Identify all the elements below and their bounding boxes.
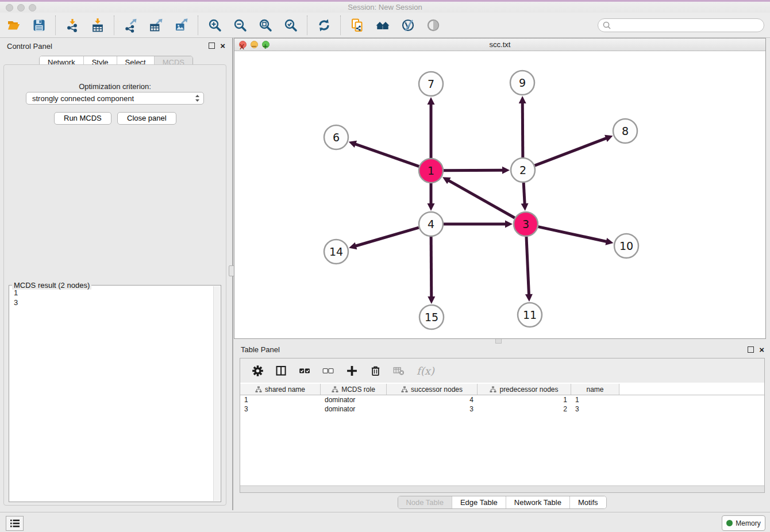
edge-2-8[interactable] bbox=[535, 138, 607, 165]
table-row[interactable]: 3dominator323 bbox=[240, 404, 764, 414]
tab-edge-table[interactable]: Edge Table bbox=[452, 496, 506, 508]
edge-3-1[interactable] bbox=[448, 180, 515, 218]
optimization-criterion-label: Optimization criterion: bbox=[4, 82, 226, 91]
select-all-icon[interactable] bbox=[298, 364, 311, 377]
memory-label: Memory bbox=[736, 519, 760, 527]
network-view-window: x − + scc.txt 1234678910111415 bbox=[234, 38, 766, 339]
edge-1-2[interactable] bbox=[444, 170, 503, 171]
vizmap-toggle-icon[interactable] bbox=[400, 17, 415, 33]
cell-successor_nodes[interactable]: 3 bbox=[387, 404, 478, 414]
search-box[interactable] bbox=[598, 18, 764, 32]
cell-mcds_role[interactable]: dominator bbox=[321, 404, 387, 414]
edge-3-11[interactable] bbox=[526, 237, 529, 295]
table-footer-strip bbox=[240, 485, 764, 492]
export-table-icon[interactable] bbox=[148, 17, 164, 33]
function-builder-icon: f(x) bbox=[417, 365, 434, 377]
edge-2-9[interactable] bbox=[522, 102, 523, 157]
add-row-icon[interactable] bbox=[345, 364, 359, 377]
result-scrollbar[interactable] bbox=[213, 286, 220, 501]
cell-predecessor_nodes[interactable]: 2 bbox=[478, 404, 571, 414]
float-panel-icon[interactable] bbox=[748, 346, 754, 353]
toolbar-separator bbox=[340, 16, 341, 35]
mcds-result-group: MCDS result (2 nodes) 13 bbox=[9, 285, 221, 502]
control-panel-title: Control Panel bbox=[7, 42, 52, 51]
column-header-name[interactable]: name bbox=[571, 384, 619, 395]
home-icon[interactable] bbox=[375, 17, 390, 33]
open-session-icon[interactable] bbox=[6, 17, 21, 33]
cell-name[interactable]: 1 bbox=[571, 395, 619, 404]
tab-node-table[interactable]: Node Table bbox=[398, 496, 452, 508]
memory-button[interactable]: Memory bbox=[722, 515, 765, 531]
zoom-fit-icon[interactable] bbox=[257, 17, 273, 33]
show-columns-icon[interactable] bbox=[274, 364, 288, 377]
zoom-out-icon[interactable] bbox=[232, 17, 248, 33]
node-label-11: 11 bbox=[523, 309, 537, 321]
network-window-titlebar[interactable]: x − + scc.txt bbox=[234, 38, 765, 51]
table-row[interactable]: 1dominator411 bbox=[240, 395, 764, 404]
table-toolbar: f(x) bbox=[240, 358, 764, 383]
edge-3-10[interactable] bbox=[538, 227, 607, 242]
table-panel-tabs: Node TableEdge TableNetwork TableMotifs bbox=[397, 496, 606, 509]
tab-network-table[interactable]: Network Table bbox=[506, 496, 569, 508]
edge-2-3[interactable] bbox=[523, 183, 525, 205]
float-panel-icon[interactable] bbox=[209, 43, 215, 49]
import-table-icon[interactable] bbox=[90, 17, 105, 33]
refresh-layout-icon[interactable] bbox=[316, 17, 332, 33]
edge-1-6[interactable] bbox=[355, 144, 419, 166]
criterion-dropdown[interactable]: strongly connected component bbox=[26, 92, 204, 105]
app-title: Session: New Session bbox=[0, 3, 770, 11]
table-panel-window-buttons[interactable]: × bbox=[748, 345, 764, 354]
edge-arrowhead bbox=[428, 97, 435, 105]
close-panel-button[interactable]: Close panel bbox=[117, 112, 176, 125]
save-session-icon[interactable] bbox=[31, 17, 47, 33]
node-label-1: 1 bbox=[428, 164, 434, 177]
mcds-result-text[interactable]: 13 bbox=[10, 288, 213, 501]
search-input[interactable] bbox=[611, 20, 764, 30]
edge-4-15[interactable] bbox=[431, 237, 432, 298]
cell-name[interactable]: 3 bbox=[571, 404, 619, 414]
zoom-in-icon[interactable] bbox=[207, 17, 222, 33]
edge-arrowhead bbox=[349, 141, 357, 148]
column-header-MCDS-role[interactable]: MCDS role bbox=[321, 384, 387, 395]
result-line: 3 bbox=[14, 298, 213, 307]
table-settings-icon[interactable] bbox=[251, 364, 264, 377]
list-icon bbox=[10, 519, 20, 528]
column-header-successor-nodes[interactable]: successor nodes bbox=[387, 384, 478, 395]
cell-successor_nodes[interactable]: 4 bbox=[387, 395, 478, 404]
edge-arrowhead bbox=[349, 242, 357, 249]
close-panel-icon[interactable]: × bbox=[220, 41, 225, 50]
criterion-value: strongly connected component bbox=[32, 94, 195, 103]
cell-mcds_role[interactable]: dominator bbox=[321, 395, 387, 404]
cell-predecessor_nodes[interactable]: 1 bbox=[478, 395, 571, 404]
column-header-predecessor-nodes[interactable]: predecessor nodes bbox=[478, 384, 571, 395]
window-top-accent bbox=[0, 0, 770, 2]
zoom-selected-icon[interactable] bbox=[283, 17, 298, 33]
edge-4-14[interactable] bbox=[355, 228, 419, 246]
edge-arrowhead bbox=[505, 221, 513, 228]
search-icon bbox=[602, 21, 611, 30]
table-header-row: shared nameMCDS rolesuccessor nodesprede… bbox=[240, 384, 764, 395]
node-label-9: 9 bbox=[519, 76, 526, 89]
export-network-icon[interactable] bbox=[123, 17, 138, 33]
network-window-title: scc.txt bbox=[234, 40, 765, 49]
task-history-button[interactable] bbox=[6, 516, 24, 531]
column-header-shared-name[interactable]: shared name bbox=[240, 384, 321, 395]
table-body[interactable]: 1dominator4113dominator323 bbox=[240, 395, 764, 414]
clone-network-icon[interactable] bbox=[349, 17, 365, 33]
node-label-14: 14 bbox=[329, 245, 343, 258]
deselect-all-icon[interactable] bbox=[321, 364, 335, 377]
run-mcds-button[interactable]: Run MCDS bbox=[54, 112, 111, 125]
close-panel-icon[interactable]: × bbox=[759, 345, 764, 354]
cell-shared_name[interactable]: 3 bbox=[240, 404, 321, 414]
node-label-3: 3 bbox=[522, 218, 529, 230]
delete-row-icon[interactable] bbox=[368, 364, 382, 377]
tab-motifs[interactable]: Motifs bbox=[569, 496, 606, 508]
network-canvas[interactable]: 1234678910111415 bbox=[234, 51, 765, 338]
control-panel-window-buttons[interactable]: × bbox=[209, 41, 225, 50]
cell-shared_name[interactable]: 1 bbox=[240, 395, 321, 404]
toolbar-separator bbox=[114, 16, 114, 35]
edge-arrowhead bbox=[525, 294, 533, 302]
import-network-icon[interactable] bbox=[64, 17, 80, 33]
table-panel-title: Table Panel bbox=[241, 345, 280, 354]
export-image-icon[interactable] bbox=[174, 17, 189, 33]
